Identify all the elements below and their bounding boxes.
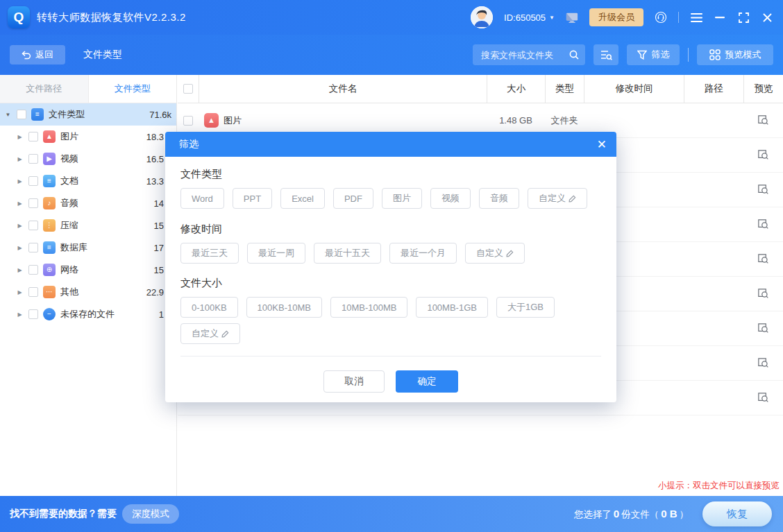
- preview-button[interactable]: [743, 381, 783, 415]
- chip-0-100kb[interactable]: 0-100KB: [180, 297, 238, 318]
- chevron-down-icon: ▼: [549, 15, 555, 21]
- caret-down-icon[interactable]: [3, 112, 12, 118]
- caret-right-icon[interactable]: [15, 289, 24, 295]
- chip-image[interactable]: 图片: [382, 188, 422, 209]
- device-monitor-icon[interactable]: [566, 11, 578, 24]
- header-path[interactable]: 路径: [684, 75, 743, 103]
- row-checkbox[interactable]: [183, 116, 193, 126]
- toolbar-divider: [688, 48, 689, 62]
- checkbox[interactable]: [28, 154, 38, 164]
- dialog-close-icon[interactable]: ✕: [597, 139, 607, 151]
- preview-button[interactable]: [743, 138, 783, 172]
- user-id-menu[interactable]: ID:650505 ▼: [504, 12, 555, 23]
- sidebar-item-network[interactable]: ⊕ 网络 15: [0, 259, 176, 281]
- filter-dialog: 筛选 ✕ 文件类型 Word PPT Excel PDF 图片 视频 音频 自定…: [165, 132, 616, 402]
- chip-custom-size[interactable]: 自定义: [180, 323, 240, 344]
- recover-button[interactable]: 恢复: [702, 501, 772, 526]
- item-count: 13.3: [146, 176, 164, 187]
- preview-button[interactable]: [743, 207, 783, 241]
- caret-right-icon[interactable]: [15, 156, 24, 162]
- chip-last-week[interactable]: 最近一周: [247, 243, 305, 264]
- caret-right-icon[interactable]: [15, 223, 24, 229]
- preview-button[interactable]: [743, 173, 783, 207]
- confirm-button[interactable]: 确定: [396, 370, 458, 393]
- chip-100kb-10mb[interactable]: 100KB-10MB: [246, 297, 322, 318]
- preview-mode-button[interactable]: 预览模式: [697, 44, 773, 65]
- sidebar-item-archive[interactable]: ⋮ 压缩 15: [0, 214, 176, 237]
- sidebar-item-audio[interactable]: ♪ 音频 14: [0, 192, 176, 214]
- header-type[interactable]: 类型: [545, 75, 584, 103]
- caret-right-icon[interactable]: [15, 178, 24, 185]
- sidebar-item-document[interactable]: ≡ 文档 13.3: [0, 170, 176, 192]
- header-preview[interactable]: 预览: [743, 75, 783, 103]
- customer-service-icon[interactable]: [655, 11, 667, 24]
- item-count: 17: [154, 243, 164, 253]
- archive-icon: ⋮: [43, 219, 56, 232]
- sidebar-item-video[interactable]: ▶ 视频 16.5: [0, 148, 176, 170]
- caret-right-icon[interactable]: [15, 245, 24, 251]
- sidebar-item-file-type[interactable]: ≡ 文件类型 71.6k: [0, 103, 176, 126]
- upgrade-member-button[interactable]: 升级会员: [589, 8, 643, 26]
- preview-button[interactable]: [743, 346, 783, 380]
- header-mtime[interactable]: 修改时间: [584, 75, 684, 103]
- search-icon[interactable]: [569, 49, 580, 60]
- checkbox[interactable]: [28, 265, 38, 275]
- deep-mode-button[interactable]: 深度模式: [122, 504, 179, 524]
- preview-button[interactable]: [743, 277, 783, 311]
- cancel-button[interactable]: 取消: [323, 370, 385, 393]
- tab-file-type[interactable]: 文件类型: [89, 75, 177, 103]
- preview-button[interactable]: [743, 242, 783, 276]
- tab-file-path[interactable]: 文件路径: [0, 75, 89, 103]
- preview-magnifier-icon: [757, 114, 770, 127]
- menu-icon[interactable]: [690, 11, 702, 24]
- maximize-icon[interactable]: [737, 11, 750, 24]
- chip-10mb-100mb[interactable]: 10MB-100MB: [330, 297, 407, 318]
- chip-word[interactable]: Word: [180, 188, 224, 209]
- chip-last-3-days[interactable]: 最近三天: [180, 243, 239, 264]
- caret-right-icon[interactable]: [15, 267, 24, 273]
- chip-over-1gb[interactable]: 大于1GB: [496, 297, 555, 318]
- preview-button[interactable]: [743, 311, 783, 345]
- caret-right-icon[interactable]: [15, 200, 24, 207]
- deep-search-button[interactable]: [593, 44, 618, 65]
- item-label: 图片: [60, 130, 78, 143]
- chip-custom-time[interactable]: 自定义: [465, 243, 525, 264]
- checkbox[interactable]: [28, 287, 38, 297]
- checkbox[interactable]: [28, 243, 38, 252]
- chip-pdf[interactable]: PDF: [333, 188, 373, 209]
- preview-button[interactable]: [743, 103, 783, 137]
- checkbox[interactable]: [28, 198, 38, 208]
- chip-ppt[interactable]: PPT: [233, 188, 272, 209]
- minimize-icon[interactable]: [714, 11, 726, 24]
- selected-count: 0: [612, 508, 621, 520]
- sidebar: 文件路径 文件类型 ≡ 文件类型 71.6k ▲ 图片 18.3: [0, 75, 177, 496]
- search-input[interactable]: [480, 49, 569, 61]
- filter-button[interactable]: 筛选: [627, 44, 680, 65]
- chip-last-month[interactable]: 最近一个月: [389, 243, 457, 264]
- checkbox[interactable]: [17, 110, 26, 119]
- file-type-tree: ≡ 文件类型 71.6k ▲ 图片 18.3 ▶ 视频 16.5: [0, 103, 176, 325]
- caret-right-icon[interactable]: [15, 134, 24, 140]
- caret-right-icon[interactable]: [15, 311, 24, 318]
- checkbox[interactable]: [28, 132, 38, 141]
- header-size[interactable]: 大小: [487, 75, 545, 103]
- select-all-checkbox[interactable]: [183, 84, 193, 94]
- chip-audio[interactable]: 音频: [479, 188, 519, 209]
- checkbox[interactable]: [28, 309, 38, 319]
- back-button[interactable]: 返回: [10, 45, 65, 65]
- chip-100mb-1gb[interactable]: 100MB-1GB: [416, 297, 488, 318]
- chip-excel[interactable]: Excel: [280, 188, 325, 209]
- header-filename[interactable]: 文件名: [199, 75, 487, 103]
- checkbox[interactable]: [28, 221, 38, 230]
- avatar[interactable]: [471, 6, 493, 28]
- close-icon[interactable]: [761, 11, 773, 24]
- checkbox[interactable]: [28, 176, 38, 186]
- sidebar-item-other[interactable]: ⋯ 其他 22.9: [0, 281, 176, 303]
- sidebar-item-image[interactable]: ▲ 图片 18.3: [0, 126, 176, 148]
- section-mtime-label: 修改时间: [180, 223, 601, 236]
- sidebar-item-unsaved[interactable]: − 未保存的文件 1: [0, 303, 176, 325]
- chip-last-15-days[interactable]: 最近十五天: [314, 243, 381, 264]
- chip-video[interactable]: 视频: [430, 188, 471, 209]
- chip-custom-type[interactable]: 自定义: [528, 188, 587, 209]
- sidebar-item-database[interactable]: ≡ 数据库 17: [0, 237, 176, 259]
